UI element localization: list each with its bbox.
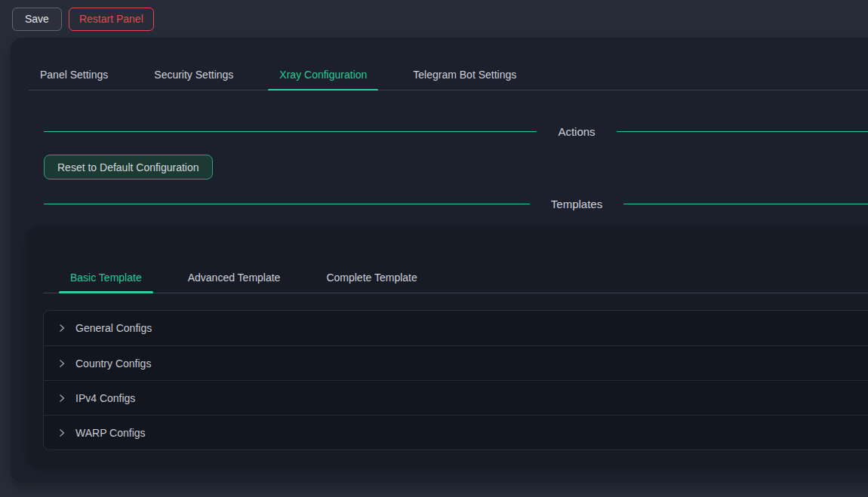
chevron-right-icon xyxy=(57,359,66,368)
chevron-right-icon xyxy=(57,324,66,333)
template-tabs-bar: Basic Template Advanced Template Complet… xyxy=(43,263,868,293)
tab-panel-settings[interactable]: Panel Settings xyxy=(29,60,119,90)
accordion-row-ipv4-configs[interactable]: IPv4 Configs xyxy=(44,380,868,415)
actions-divider: Actions xyxy=(44,124,868,139)
reset-to-default-button[interactable]: Reset to Default Configuration xyxy=(44,155,213,179)
divider-line xyxy=(623,204,868,204)
accordion-label: Country Configs xyxy=(75,357,151,370)
templates-divider-label: Templates xyxy=(551,198,602,210)
tab-security-settings[interactable]: Security Settings xyxy=(143,60,245,90)
tab-content: Actions Reset to Default Configuration T… xyxy=(44,124,868,211)
divider-line xyxy=(44,204,530,204)
topbar: Save Restart Panel xyxy=(0,0,868,38)
templates-divider: Templates xyxy=(44,196,868,211)
accordion-row-warp-configs[interactable]: WARP Configs xyxy=(44,415,868,449)
main-tabs-bar: Panel Settings Security Settings Xray Co… xyxy=(29,60,868,91)
save-button[interactable]: Save xyxy=(12,8,62,31)
tab-xray-configuration[interactable]: Xray Configuration xyxy=(268,60,378,90)
accordion-label: WARP Configs xyxy=(75,427,146,439)
accordion-label: IPv4 Configs xyxy=(75,392,135,404)
restart-panel-button[interactable]: Restart Panel xyxy=(69,8,154,31)
accordion-row-country-configs[interactable]: Country Configs xyxy=(44,345,868,380)
tab-basic-template[interactable]: Basic Template xyxy=(59,263,153,293)
tab-telegram-bot-settings[interactable]: Telegram Bot Settings xyxy=(402,60,528,90)
accordion-row-general-configs[interactable]: General Configs xyxy=(44,311,868,345)
actions-divider-label: Actions xyxy=(558,125,595,138)
chevron-right-icon xyxy=(57,428,66,437)
accordion-label: General Configs xyxy=(75,322,152,334)
divider-line xyxy=(617,131,868,132)
configs-accordion: General Configs Country Configs IPv4 Con… xyxy=(43,310,868,450)
tab-advanced-template[interactable]: Advanced Template xyxy=(177,263,292,293)
tab-complete-template[interactable]: Complete Template xyxy=(315,263,428,293)
settings-card: Panel Settings Security Settings Xray Co… xyxy=(11,38,868,483)
chevron-right-icon xyxy=(57,394,66,403)
actions-row: Reset to Default Configuration xyxy=(44,155,868,179)
divider-line xyxy=(44,131,537,132)
templates-card: Basic Template Advanced Template Complet… xyxy=(27,226,868,466)
